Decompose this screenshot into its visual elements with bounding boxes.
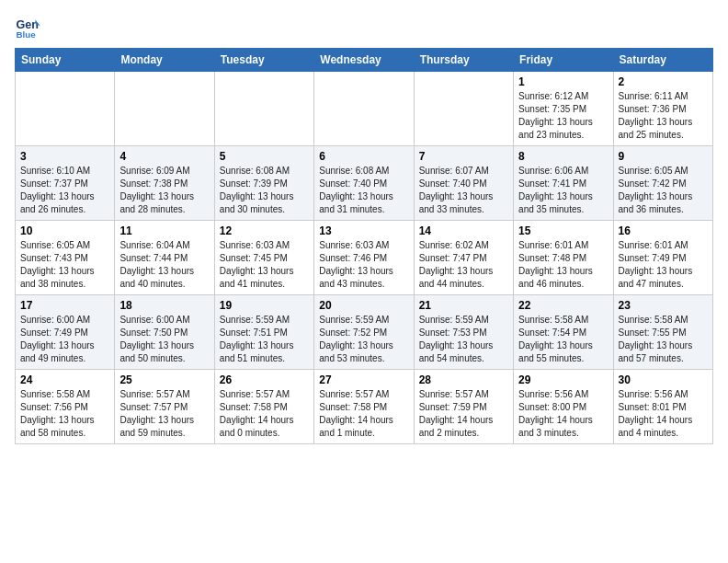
day-number: 30 (619, 373, 708, 386)
day-number: 16 (619, 224, 708, 237)
calendar-cell: 7Sunrise: 6:07 AMSunset: 7:40 PMDaylight… (414, 146, 513, 221)
day-info: Sunrise: 6:08 AMSunset: 7:40 PMDaylight:… (319, 165, 408, 216)
day-info: Sunrise: 6:03 AMSunset: 7:45 PMDaylight:… (220, 239, 309, 291)
calendar-cell: 17Sunrise: 6:00 AMSunset: 7:49 PMDayligh… (16, 295, 115, 370)
calendar-cell: 16Sunrise: 6:01 AMSunset: 7:49 PMDayligh… (613, 221, 712, 295)
page-header: Gen Blue (15, 15, 713, 40)
day-number: 2 (619, 75, 708, 88)
calendar-cell: 26Sunrise: 5:57 AMSunset: 7:58 PMDayligh… (214, 370, 313, 444)
day-header-sunday: Sunday (16, 49, 115, 72)
day-info: Sunrise: 6:01 AMSunset: 7:49 PMDaylight:… (619, 239, 708, 291)
day-header-tuesday: Tuesday (214, 49, 313, 72)
day-number: 18 (119, 299, 209, 312)
day-info: Sunrise: 5:59 AMSunset: 7:52 PMDaylight:… (319, 314, 408, 365)
day-number: 25 (119, 373, 209, 386)
day-number: 5 (220, 150, 309, 163)
day-number: 22 (518, 299, 608, 312)
calendar-header-row: SundayMondayTuesdayWednesdayThursdayFrid… (16, 49, 713, 72)
day-info: Sunrise: 5:57 AMSunset: 7:58 PMDaylight:… (319, 388, 408, 440)
day-number: 24 (20, 373, 109, 386)
day-info: Sunrise: 6:00 AMSunset: 7:50 PMDaylight:… (119, 314, 209, 365)
day-number: 1 (518, 75, 608, 88)
day-info: Sunrise: 5:56 AMSunset: 8:00 PMDaylight:… (518, 388, 608, 440)
day-info: Sunrise: 6:04 AMSunset: 7:44 PMDaylight:… (119, 239, 209, 291)
day-number: 9 (619, 150, 708, 163)
day-number: 11 (119, 224, 209, 237)
day-header-friday: Friday (514, 49, 613, 72)
calendar-cell (115, 72, 214, 146)
calendar-week-2: 3Sunrise: 6:10 AMSunset: 7:37 PMDaylight… (16, 146, 713, 221)
calendar-cell: 1Sunrise: 6:12 AMSunset: 7:35 PMDaylight… (514, 72, 613, 146)
day-info: Sunrise: 6:08 AMSunset: 7:39 PMDaylight:… (220, 165, 309, 216)
day-header-thursday: Thursday (414, 49, 513, 72)
day-header-saturday: Saturday (613, 49, 712, 72)
day-number: 28 (419, 373, 508, 386)
calendar-cell: 6Sunrise: 6:08 AMSunset: 7:40 PMDaylight… (314, 146, 414, 221)
calendar-week-5: 24Sunrise: 5:58 AMSunset: 7:56 PMDayligh… (16, 370, 713, 444)
calendar-cell: 28Sunrise: 5:57 AMSunset: 7:59 PMDayligh… (414, 370, 513, 444)
calendar-cell: 15Sunrise: 6:01 AMSunset: 7:48 PMDayligh… (514, 221, 613, 295)
calendar-cell (314, 72, 414, 146)
calendar-cell: 8Sunrise: 6:06 AMSunset: 7:41 PMDaylight… (514, 146, 613, 221)
calendar-cell: 20Sunrise: 5:59 AMSunset: 7:52 PMDayligh… (314, 295, 414, 370)
day-info: Sunrise: 5:59 AMSunset: 7:51 PMDaylight:… (220, 314, 309, 365)
day-number: 6 (319, 150, 408, 163)
day-info: Sunrise: 6:03 AMSunset: 7:46 PMDaylight:… (319, 239, 408, 291)
calendar-week-1: 1Sunrise: 6:12 AMSunset: 7:35 PMDaylight… (16, 72, 713, 146)
day-number: 19 (220, 299, 309, 312)
day-info: Sunrise: 5:57 AMSunset: 7:57 PMDaylight:… (119, 388, 209, 440)
calendar-cell: 10Sunrise: 6:05 AMSunset: 7:43 PMDayligh… (16, 221, 115, 295)
day-number: 14 (419, 224, 508, 237)
day-number: 29 (518, 373, 608, 386)
day-number: 17 (20, 299, 109, 312)
day-info: Sunrise: 6:05 AMSunset: 7:43 PMDaylight:… (20, 239, 109, 291)
calendar-cell: 23Sunrise: 5:58 AMSunset: 7:55 PMDayligh… (613, 295, 712, 370)
calendar-cell: 9Sunrise: 6:05 AMSunset: 7:42 PMDaylight… (613, 146, 712, 221)
calendar-table: SundayMondayTuesdayWednesdayThursdayFrid… (15, 48, 713, 444)
day-header-wednesday: Wednesday (314, 49, 414, 72)
calendar-cell: 5Sunrise: 6:08 AMSunset: 7:39 PMDaylight… (214, 146, 313, 221)
day-info: Sunrise: 6:07 AMSunset: 7:40 PMDaylight:… (419, 165, 508, 216)
calendar-week-3: 10Sunrise: 6:05 AMSunset: 7:43 PMDayligh… (16, 221, 713, 295)
day-info: Sunrise: 6:11 AMSunset: 7:36 PMDaylight:… (619, 90, 708, 142)
calendar-cell: 4Sunrise: 6:09 AMSunset: 7:38 PMDaylight… (115, 146, 214, 221)
calendar-cell: 13Sunrise: 6:03 AMSunset: 7:46 PMDayligh… (314, 221, 414, 295)
day-info: Sunrise: 5:57 AMSunset: 7:58 PMDaylight:… (220, 388, 309, 440)
day-info: Sunrise: 5:57 AMSunset: 7:59 PMDaylight:… (419, 388, 508, 440)
day-info: Sunrise: 5:58 AMSunset: 7:54 PMDaylight:… (518, 314, 608, 365)
day-info: Sunrise: 6:10 AMSunset: 7:37 PMDaylight:… (20, 165, 109, 216)
logo-icon: Gen Blue (15, 15, 40, 40)
calendar-cell: 11Sunrise: 6:04 AMSunset: 7:44 PMDayligh… (115, 221, 214, 295)
day-number: 3 (20, 150, 109, 163)
calendar-cell: 24Sunrise: 5:58 AMSunset: 7:56 PMDayligh… (16, 370, 115, 444)
day-info: Sunrise: 6:09 AMSunset: 7:38 PMDaylight:… (119, 165, 209, 216)
day-info: Sunrise: 6:05 AMSunset: 7:42 PMDaylight:… (619, 165, 708, 216)
day-number: 27 (319, 373, 408, 386)
day-number: 10 (20, 224, 109, 237)
calendar-cell: 21Sunrise: 5:59 AMSunset: 7:53 PMDayligh… (414, 295, 513, 370)
day-header-monday: Monday (115, 49, 214, 72)
calendar-cell: 14Sunrise: 6:02 AMSunset: 7:47 PMDayligh… (414, 221, 513, 295)
day-info: Sunrise: 6:00 AMSunset: 7:49 PMDaylight:… (20, 314, 109, 365)
day-number: 21 (419, 299, 508, 312)
logo: Gen Blue (15, 15, 44, 40)
day-number: 4 (119, 150, 209, 163)
day-info: Sunrise: 6:12 AMSunset: 7:35 PMDaylight:… (518, 90, 608, 142)
calendar-week-4: 17Sunrise: 6:00 AMSunset: 7:49 PMDayligh… (16, 295, 713, 370)
day-number: 20 (319, 299, 408, 312)
calendar-cell: 30Sunrise: 5:56 AMSunset: 8:01 PMDayligh… (613, 370, 712, 444)
svg-text:Blue: Blue (16, 29, 36, 40)
day-info: Sunrise: 5:58 AMSunset: 7:55 PMDaylight:… (619, 314, 708, 365)
calendar-cell: 29Sunrise: 5:56 AMSunset: 8:00 PMDayligh… (514, 370, 613, 444)
day-number: 13 (319, 224, 408, 237)
day-number: 12 (220, 224, 309, 237)
day-info: Sunrise: 6:06 AMSunset: 7:41 PMDaylight:… (518, 165, 608, 216)
day-number: 8 (518, 150, 608, 163)
day-number: 26 (220, 373, 309, 386)
calendar-cell (214, 72, 313, 146)
calendar-cell (16, 72, 115, 146)
day-number: 15 (518, 224, 608, 237)
calendar-cell: 2Sunrise: 6:11 AMSunset: 7:36 PMDaylight… (613, 72, 712, 146)
calendar-cell (414, 72, 513, 146)
calendar-cell: 19Sunrise: 5:59 AMSunset: 7:51 PMDayligh… (214, 295, 313, 370)
